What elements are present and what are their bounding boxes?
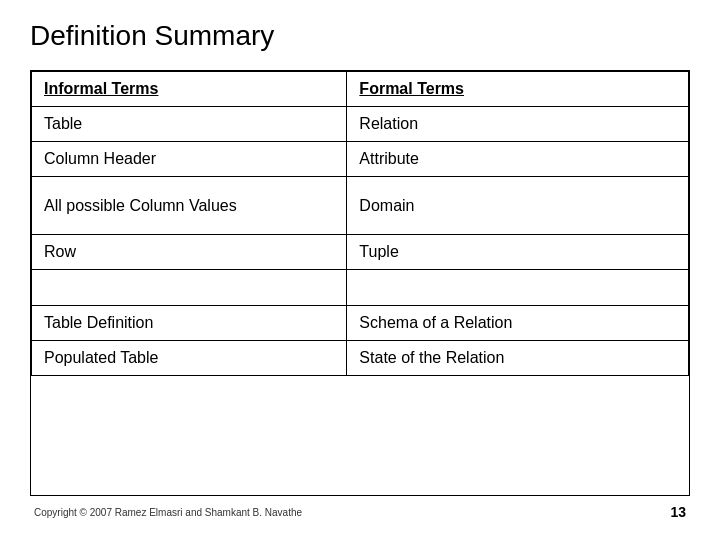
formal-terms-header: Formal Terms [347, 72, 689, 107]
formal-cell-5: Schema of a Relation [347, 306, 689, 341]
informal-cell-6: Populated Table [32, 341, 347, 376]
table-row: Row Tuple [32, 235, 689, 270]
table-row: All possible Column Values Domain [32, 177, 689, 235]
footer: Copyright © 2007 Ramez Elmasri and Shamk… [30, 504, 690, 520]
page-container: Definition Summary Informal Terms Formal… [0, 0, 720, 540]
definition-table-wrapper: Informal Terms Formal Terms Table Relati… [30, 70, 690, 496]
formal-cell-6: State of the Relation [347, 341, 689, 376]
formal-cell-2: Domain [347, 177, 689, 235]
formal-cell-4 [347, 270, 689, 306]
table-row: Table Definition Schema of a Relation [32, 306, 689, 341]
table-row: Table Relation [32, 107, 689, 142]
table-row: Populated Table State of the Relation [32, 341, 689, 376]
informal-cell-3: Row [32, 235, 347, 270]
informal-terms-header: Informal Terms [32, 72, 347, 107]
page-number: 13 [670, 504, 686, 520]
table-row-empty [32, 270, 689, 306]
informal-cell-5: Table Definition [32, 306, 347, 341]
formal-cell-3: Tuple [347, 235, 689, 270]
table-header-row: Informal Terms Formal Terms [32, 72, 689, 107]
definition-table: Informal Terms Formal Terms Table Relati… [31, 71, 689, 376]
table-row: Column Header Attribute [32, 142, 689, 177]
informal-cell-0: Table [32, 107, 347, 142]
informal-cell-2: All possible Column Values [32, 177, 347, 235]
informal-cell-1: Column Header [32, 142, 347, 177]
page-title: Definition Summary [30, 20, 690, 52]
copyright-text: Copyright © 2007 Ramez Elmasri and Shamk… [34, 507, 302, 518]
formal-cell-1: Attribute [347, 142, 689, 177]
informal-cell-4 [32, 270, 347, 306]
formal-cell-0: Relation [347, 107, 689, 142]
